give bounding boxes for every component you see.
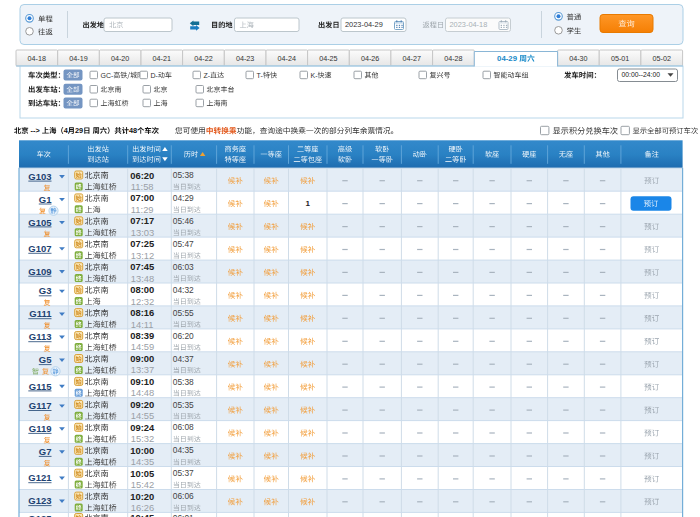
svg-text:04-23: 04-23	[236, 54, 254, 63]
svg-text:12:32: 12:32	[131, 296, 154, 307]
svg-text:G7: G7	[39, 446, 52, 457]
svg-text:08:16: 08:16	[130, 307, 154, 318]
svg-text:04:29: 04:29	[173, 193, 194, 203]
svg-text:04-27: 04-27	[403, 54, 421, 63]
svg-text:06:06: 06:06	[173, 491, 194, 501]
svg-text:05:38: 05:38	[173, 377, 194, 387]
svg-text:04:37: 04:37	[173, 354, 194, 364]
svg-text:K-: K-	[311, 72, 319, 79]
svg-text:07:17: 07:17	[130, 215, 154, 226]
svg-text:05-02: 05-02	[653, 54, 671, 63]
svg-text:09:10: 09:10	[130, 376, 154, 387]
svg-text:06:01: 06:01	[173, 513, 194, 517]
svg-text:11:29: 11:29	[131, 204, 154, 215]
svg-text:11:58: 11:58	[131, 181, 154, 192]
svg-text:D-: D-	[151, 72, 159, 79]
svg-text:06:20: 06:20	[173, 331, 194, 341]
svg-text:06:03: 06:03	[173, 262, 194, 272]
svg-text:04:32: 04:32	[173, 285, 194, 295]
svg-text:13:12: 13:12	[131, 250, 154, 261]
svg-text:13:03: 13:03	[131, 227, 154, 238]
svg-text:1: 1	[306, 199, 311, 208]
svg-text:G113: G113	[29, 331, 52, 342]
svg-text:14:35: 14:35	[131, 456, 154, 467]
svg-text:10:00: 10:00	[130, 445, 154, 456]
svg-text:G5: G5	[39, 354, 52, 365]
svg-text:T-: T-	[257, 72, 264, 79]
svg-text:G109: G109	[28, 266, 51, 277]
svg-text:04-22: 04-22	[194, 54, 212, 63]
svg-text:05:46: 05:46	[173, 216, 194, 226]
svg-text:05:35: 05:35	[173, 400, 194, 410]
svg-text:G3: G3	[39, 285, 52, 296]
svg-text:05:47: 05:47	[173, 239, 194, 249]
svg-text:G107: G107	[28, 243, 51, 254]
svg-text:00:00--24:00: 00:00--24:00	[622, 71, 661, 78]
svg-text:29: 29	[75, 126, 83, 135]
svg-text:07:45: 07:45	[130, 261, 154, 272]
svg-text:G121: G121	[28, 472, 52, 483]
svg-text:04-19: 04-19	[69, 54, 87, 63]
svg-text:15:32: 15:32	[131, 433, 154, 444]
svg-text:04-26: 04-26	[361, 54, 379, 63]
svg-text:08:39: 08:39	[130, 330, 154, 341]
svg-text:07:25: 07:25	[130, 238, 154, 249]
svg-text:06:08: 06:08	[173, 422, 194, 432]
svg-text:05-01: 05-01	[611, 54, 629, 63]
svg-text:04-30: 04-30	[569, 54, 587, 63]
svg-text:13:37: 13:37	[131, 364, 154, 375]
svg-text:G123: G123	[28, 495, 51, 506]
svg-text:14:48: 14:48	[131, 387, 154, 398]
svg-text:04-20: 04-20	[111, 54, 129, 63]
svg-text:04-25: 04-25	[319, 54, 337, 63]
svg-text:10:45: 10:45	[130, 512, 154, 517]
svg-text:13:48: 13:48	[131, 273, 154, 284]
svg-text:G115: G115	[29, 381, 52, 392]
svg-text:G119: G119	[29, 423, 52, 434]
svg-text:15:42: 15:42	[131, 479, 154, 490]
svg-text:10:20: 10:20	[130, 491, 154, 502]
svg-text:G105: G105	[28, 217, 52, 228]
svg-text:09:24: 09:24	[130, 422, 155, 433]
svg-text:14:55: 14:55	[131, 410, 154, 421]
svg-text:10:05: 10:05	[130, 468, 154, 479]
svg-text:G117: G117	[29, 400, 52, 411]
svg-text:04:35: 04:35	[173, 445, 194, 455]
svg-text:48: 48	[129, 126, 137, 135]
svg-text:G1: G1	[39, 194, 52, 205]
svg-text:04-28: 04-28	[444, 54, 462, 63]
svg-text:2023-04-18: 2023-04-18	[450, 20, 488, 29]
svg-text:Z-: Z-	[204, 72, 211, 79]
svg-text:09:20: 09:20	[130, 399, 154, 410]
svg-text:14:59: 14:59	[131, 341, 154, 352]
svg-text:G125: G125	[28, 513, 52, 517]
svg-text:08:00: 08:00	[130, 284, 154, 295]
svg-text:09:00: 09:00	[130, 353, 154, 364]
svg-text:G103: G103	[28, 171, 51, 182]
svg-text:07:00: 07:00	[130, 192, 154, 203]
svg-text:-->: -->	[29, 126, 42, 135]
svg-text:04-29: 04-29	[497, 54, 519, 63]
svg-text:G111: G111	[29, 308, 52, 319]
svg-text:14:11: 14:11	[131, 319, 154, 330]
svg-text:05:38: 05:38	[173, 170, 194, 180]
svg-text:04-18: 04-18	[28, 54, 46, 63]
svg-text:04-21: 04-21	[153, 54, 171, 63]
svg-text:2023-04-29: 2023-04-29	[345, 20, 383, 29]
svg-text:05:55: 05:55	[173, 308, 194, 318]
svg-text:05:37: 05:37	[173, 468, 194, 478]
svg-text:04-24: 04-24	[278, 54, 296, 63]
svg-text:GC-: GC-	[101, 72, 115, 79]
svg-text:06:20: 06:20	[130, 170, 154, 181]
